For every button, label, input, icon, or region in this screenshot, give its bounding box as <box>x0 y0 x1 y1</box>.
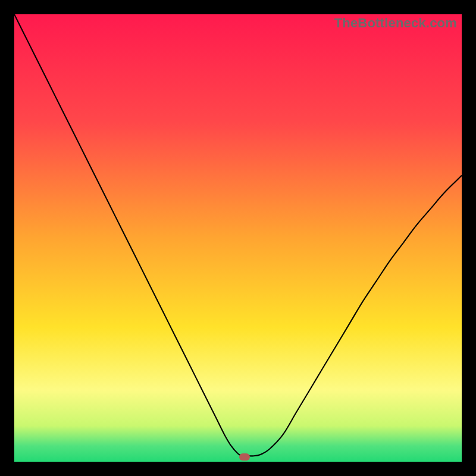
chart-frame: TheBottleneck.com <box>14 14 462 462</box>
watermark-text: TheBottleneck.com <box>334 15 457 31</box>
bottleneck-chart <box>14 14 462 462</box>
trough-marker <box>239 453 250 461</box>
gradient-background <box>14 14 462 462</box>
